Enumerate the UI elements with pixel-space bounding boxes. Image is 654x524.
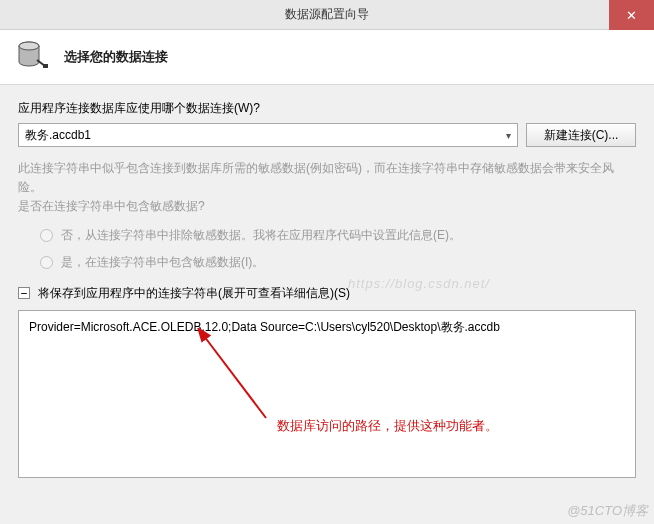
new-connection-button[interactable]: 新建连接(C)... — [526, 123, 636, 147]
radio-option-no[interactable]: 否，从连接字符串中排除敏感数据。我将在应用程序代码中设置此信息(E)。 — [40, 227, 636, 244]
wizard-header: 选择您的数据连接 — [0, 30, 654, 85]
titlebar: 数据源配置向导 ✕ — [0, 0, 654, 30]
warning-line-2: 是否在连接字符串中包含敏感数据? — [18, 199, 205, 213]
svg-rect-2 — [43, 64, 48, 68]
connection-selected-value: 教务.accdb1 — [25, 127, 91, 144]
expander-label: 将保存到应用程序中的连接字符串(展开可查看详细信息)(S) — [38, 285, 350, 302]
radio-icon — [40, 229, 53, 242]
annotation-text: 数据库访问的路径，提供这种功能者。 — [277, 417, 498, 435]
close-button[interactable]: ✕ — [609, 0, 654, 30]
expander-toggle[interactable]: − — [18, 287, 30, 299]
connection-string-box[interactable]: Provider=Microsoft.ACE.OLEDB.12.0;Data S… — [18, 310, 636, 478]
radio-icon — [40, 256, 53, 269]
watermark-corner: @51CTO博客 — [567, 502, 648, 520]
prompt-label: 应用程序连接数据库应使用哪个数据连接(W)? — [18, 100, 636, 117]
radio-option-yes[interactable]: 是，在连接字符串中包含敏感数据(I)。 — [40, 254, 636, 271]
radio-label-yes: 是，在连接字符串中包含敏感数据(I)。 — [61, 254, 264, 271]
svg-point-1 — [19, 42, 39, 50]
expander-row: − 将保存到应用程序中的连接字符串(展开可查看详细信息)(S) — [18, 285, 636, 302]
radio-group: 否，从连接字符串中排除敏感数据。我将在应用程序代码中设置此信息(E)。 是，在连… — [18, 227, 636, 271]
window-title: 数据源配置向导 — [0, 6, 654, 23]
chevron-down-icon: ▾ — [506, 130, 511, 141]
connection-string-text: Provider=Microsoft.ACE.OLEDB.12.0;Data S… — [29, 320, 500, 334]
window-controls: ✕ — [609, 0, 654, 30]
header-title: 选择您的数据连接 — [64, 48, 168, 66]
connection-dropdown[interactable]: 教务.accdb1 ▾ — [18, 123, 518, 147]
connection-row: 教务.accdb1 ▾ 新建连接(C)... — [18, 123, 636, 147]
watermark-blog: https://blog.csdn.net/ — [348, 276, 490, 291]
close-icon: ✕ — [626, 8, 637, 23]
radio-label-no: 否，从连接字符串中排除敏感数据。我将在应用程序代码中设置此信息(E)。 — [61, 227, 461, 244]
database-icon — [15, 38, 49, 76]
warning-line-1: 此连接字符串中似乎包含连接到数据库所需的敏感数据(例如密码)，而在连接字符串中存… — [18, 161, 614, 194]
warning-text: 此连接字符串中似乎包含连接到数据库所需的敏感数据(例如密码)，而在连接字符串中存… — [18, 159, 636, 217]
